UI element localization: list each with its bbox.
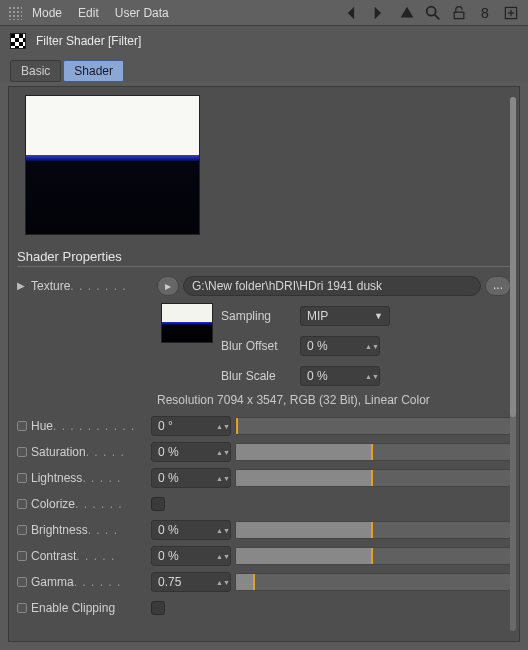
title-bar: Filter Shader [Filter] <box>0 26 528 56</box>
sampling-label: Sampling <box>221 309 296 323</box>
enable-clipping-row: Enable Clipping <box>17 595 511 621</box>
label-dots: . . . . . . <box>74 575 122 589</box>
hue-field[interactable]: 0 ° ▲▼ <box>151 416 231 436</box>
blur-offset-value: 0 % <box>307 339 328 353</box>
texture-row: ▶ Texture . . . . . . . ▸ G:\New folder\… <box>17 273 511 299</box>
saturation-slider[interactable] <box>235 443 511 461</box>
blur-scale-label: Blur Scale <box>221 369 296 383</box>
new-window-icon[interactable] <box>502 4 520 22</box>
lightness-field[interactable]: 0 % ▲▼ <box>151 468 231 488</box>
tab-basic[interactable]: Basic <box>10 60 61 82</box>
blur-scale-field[interactable]: 0 % ▲▼ <box>300 366 380 386</box>
menu-bar: Mode Edit User Data 8 <box>0 0 528 26</box>
saturation-row: Saturation . . . . . 0 % ▲▼ <box>17 439 511 465</box>
lightness-label: Lightness <box>31 471 82 485</box>
texture-thumbnail[interactable] <box>161 303 213 343</box>
colorize-row: Colorize . . . . . . <box>17 491 511 517</box>
lightness-row: Lightness . . . . . 0 % ▲▼ <box>17 465 511 491</box>
svg-rect-2 <box>454 12 464 18</box>
gamma-label: Gamma <box>31 575 74 589</box>
label-dots: . . . . . . . . . . <box>53 419 135 433</box>
up-icon[interactable] <box>398 4 416 22</box>
saturation-label: Saturation <box>31 445 86 459</box>
vertical-scrollbar[interactable] <box>510 97 516 631</box>
colorize-label: Colorize <box>31 497 75 511</box>
brightness-label: Brightness <box>31 523 88 537</box>
menu-mode[interactable]: Mode <box>32 6 62 20</box>
enable-clipping-anim-toggle[interactable] <box>17 603 27 613</box>
tab-shader[interactable]: Shader <box>63 60 124 82</box>
grip-icon[interactable] <box>8 6 22 20</box>
lightness-value: 0 % <box>158 471 179 485</box>
link-icon[interactable]: 8 <box>476 4 494 22</box>
gamma-anim-toggle[interactable] <box>17 577 27 587</box>
colorize-anim-toggle[interactable] <box>17 499 27 509</box>
saturation-value: 0 % <box>158 445 179 459</box>
saturation-anim-toggle[interactable] <box>17 447 27 457</box>
svg-point-0 <box>427 6 436 15</box>
content-panel: Shader Properties ▶ Texture . . . . . . … <box>8 86 520 642</box>
spin-arrows-icon[interactable]: ▲▼ <box>216 423 226 430</box>
label-dots: . . . . . . <box>75 497 123 511</box>
hue-anim-toggle[interactable] <box>17 421 27 431</box>
hue-slider[interactable] <box>235 417 511 435</box>
texture-play-button[interactable]: ▸ <box>157 276 179 296</box>
enable-clipping-label: Enable Clipping <box>31 601 115 615</box>
label-dots: . . . . . <box>76 549 115 563</box>
shader-checker-icon <box>10 33 26 49</box>
window-title: Filter Shader [Filter] <box>36 34 141 48</box>
contrast-anim-toggle[interactable] <box>17 551 27 561</box>
label-dots: . . . . . <box>86 445 125 459</box>
svg-line-1 <box>435 14 440 18</box>
brightness-row: Brightness . . . . 0 % ▲▼ <box>17 517 511 543</box>
gamma-row: Gamma . . . . . . 0.75 ▲▼ <box>17 569 511 595</box>
spin-arrows-icon[interactable]: ▲▼ <box>365 373 375 380</box>
label-dots: . . . . <box>88 523 118 537</box>
texture-label: Texture <box>31 279 70 293</box>
spin-arrows-icon[interactable]: ▲▼ <box>365 343 375 350</box>
hue-row: Hue . . . . . . . . . . 0 ° ▲▼ <box>17 413 511 439</box>
shader-preview[interactable] <box>25 95 200 235</box>
spin-arrows-icon[interactable]: ▲▼ <box>216 475 226 482</box>
texture-path-field[interactable]: G:\New folder\hDRI\HDri 1941 dusk <box>183 276 481 296</box>
menu-edit[interactable]: Edit <box>78 6 99 20</box>
resolution-info: Resolution 7094 x 3547, RGB (32 Bit), Li… <box>17 389 511 413</box>
prev-icon[interactable] <box>346 4 364 22</box>
label-dots: . . . . . <box>82 471 121 485</box>
blur-offset-label: Blur Offset <box>221 339 296 353</box>
expand-arrow-icon[interactable]: ▶ <box>17 282 25 290</box>
spin-arrows-icon[interactable]: ▲▼ <box>216 527 226 534</box>
contrast-value: 0 % <box>158 549 179 563</box>
saturation-field[interactable]: 0 % ▲▼ <box>151 442 231 462</box>
contrast-field[interactable]: 0 % ▲▼ <box>151 546 231 566</box>
search-icon[interactable] <box>424 4 442 22</box>
brightness-field[interactable]: 0 % ▲▼ <box>151 520 231 540</box>
texture-options-row: Sampling MIP ▼ Blur Offset 0 % ▲▼ Blur S… <box>17 303 511 389</box>
enable-clipping-checkbox[interactable] <box>151 601 165 615</box>
chevron-down-icon: ▼ <box>374 311 383 321</box>
sampling-value: MIP <box>307 309 328 323</box>
brightness-anim-toggle[interactable] <box>17 525 27 535</box>
contrast-slider[interactable] <box>235 547 511 565</box>
lock-icon[interactable] <box>450 4 468 22</box>
gamma-slider[interactable] <box>235 573 511 591</box>
tab-strip: Basic Shader <box>0 56 528 82</box>
blur-offset-field[interactable]: 0 % ▲▼ <box>300 336 380 356</box>
lightness-anim-toggle[interactable] <box>17 473 27 483</box>
hue-label: Hue <box>31 419 53 433</box>
colorize-checkbox[interactable] <box>151 497 165 511</box>
lightness-slider[interactable] <box>235 469 511 487</box>
scrollbar-thumb[interactable] <box>510 97 516 417</box>
section-shader-properties: Shader Properties <box>17 245 511 267</box>
brightness-slider[interactable] <box>235 521 511 539</box>
spin-arrows-icon[interactable]: ▲▼ <box>216 579 226 586</box>
sampling-dropdown[interactable]: MIP ▼ <box>300 306 390 326</box>
gamma-field[interactable]: 0.75 ▲▼ <box>151 572 231 592</box>
spin-arrows-icon[interactable]: ▲▼ <box>216 449 226 456</box>
texture-browse-button[interactable]: ... <box>485 276 511 296</box>
menu-userdata[interactable]: User Data <box>115 6 169 20</box>
brightness-value: 0 % <box>158 523 179 537</box>
spin-arrows-icon[interactable]: ▲▼ <box>216 553 226 560</box>
next-icon[interactable] <box>372 4 390 22</box>
hue-value: 0 ° <box>158 419 173 433</box>
